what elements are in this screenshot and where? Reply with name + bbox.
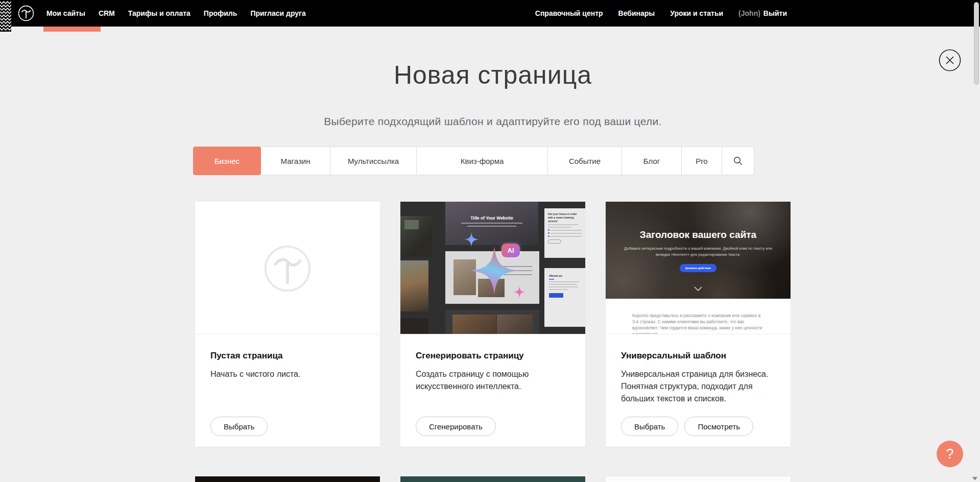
tab-search[interactable]	[722, 147, 754, 175]
help-button[interactable]: ?	[937, 441, 963, 467]
nav-lessons[interactable]: Уроки и статьи	[670, 0, 723, 27]
template-category-tabs: Бизнес Магазин Мультиссылка Квиз-форма С…	[193, 147, 758, 175]
template-hero-title: Заголовок вашего сайта	[606, 229, 791, 240]
tilda-corner-pattern-icon	[0, 0, 11, 32]
template-body-text: Коротко представьтесь и расскажите о ком…	[632, 313, 764, 334]
preview-tile-hero: Title of Your Website	[445, 202, 538, 245]
tilda-watermark-icon	[264, 245, 312, 293]
tab-multilink[interactable]: Мультиссылка	[330, 147, 417, 175]
nav-profile[interactable]: Профиль	[204, 0, 237, 27]
tab-business[interactable]: Бизнес	[193, 147, 261, 175]
card-description: Создать страницу с помощью искусственног…	[416, 368, 570, 393]
view-template-button[interactable]: Посмотреть	[684, 417, 753, 436]
page-title: Новая страница	[195, 60, 791, 90]
user-name: (John)	[738, 9, 760, 17]
tab-event[interactable]: Событие	[547, 147, 622, 175]
close-icon	[939, 49, 961, 71]
preview-tile-photo	[400, 216, 432, 257]
nav-my-sites[interactable]: Мои сайты	[46, 0, 85, 27]
page-subtitle: Выберите подходящий шаблон и адаптируйте…	[195, 115, 791, 128]
secondary-nav: Справочный центр Вебинары Уроки и статьи…	[535, 0, 787, 27]
card-title: Универсальный шаблон	[621, 351, 775, 361]
preview-tile-text: Get your house in order with a smart cle…	[544, 208, 585, 258]
choose-blank-button[interactable]: Выбрать	[210, 417, 268, 436]
card-ai-generate: Title of Your Website Get your house in …	[400, 202, 585, 447]
next-template-row	[195, 476, 791, 482]
card-title: Сгенерировать страницу	[416, 351, 570, 361]
universal-template-preview: Заголовок вашего сайта Добавьте интересн…	[606, 202, 791, 334]
blank-page-preview	[195, 202, 380, 334]
scrollbar-thumb[interactable]	[974, 2, 979, 85]
close-button[interactable]	[939, 49, 961, 71]
ai-badge: AI	[501, 244, 520, 257]
template-card-stub	[606, 476, 791, 482]
nav-help-center[interactable]: Справочный центр	[535, 0, 603, 27]
preview-tile-photo	[400, 318, 428, 334]
mini-site-title: Title of Your Website	[445, 215, 538, 221]
logout-label: Выйти	[763, 9, 787, 17]
chevron-down-icon	[694, 286, 702, 291]
tab-quiz-form[interactable]: Квиз-форма	[416, 147, 548, 175]
template-grid: Пустая страница Начать с чистого листа. …	[195, 202, 791, 447]
mini-about-title: About us	[549, 274, 581, 277]
template-body-section: Коротко представьтесь и расскажите о ком…	[606, 299, 791, 334]
preview-tile-photo	[400, 260, 428, 311]
nav-pricing[interactable]: Тарифы и оплата	[128, 0, 190, 27]
main-nav: Мои сайты CRM Тарифы и оплата Профиль Пр…	[46, 0, 306, 27]
nav-invite-friend[interactable]: Пригласи друга	[250, 0, 305, 27]
card-title: Пустая страница	[210, 351, 365, 361]
preview-tile-section	[445, 251, 539, 304]
search-icon	[733, 156, 743, 166]
logout-link[interactable]: (John)Выйти	[738, 0, 787, 27]
generate-button[interactable]: Сгенерировать	[416, 417, 496, 436]
mini-tile-heading: Get your house in order with a smart cle…	[548, 212, 582, 223]
card-description: Начать с чистого листа.	[210, 368, 365, 380]
new-page-modal: Мои сайты CRM Тарифы и оплата Профиль Пр…	[0, 0, 980, 482]
preview-tile-gallery	[445, 310, 539, 334]
top-bar: Мои сайты CRM Тарифы и оплата Профиль Пр…	[0, 0, 980, 27]
template-hero: Заголовок вашего сайта Добавьте интересн…	[606, 202, 791, 299]
scrollbar-down-arrow-icon[interactable]	[972, 477, 977, 480]
nav-crm[interactable]: CRM	[99, 0, 115, 27]
tab-store[interactable]: Магазин	[260, 147, 330, 175]
card-universal-template: Заголовок вашего сайта Добавьте интересн…	[606, 202, 791, 447]
tab-pro[interactable]: Pro	[681, 147, 722, 175]
nav-webinars[interactable]: Вебинары	[618, 0, 655, 27]
template-card-stub	[195, 476, 380, 482]
template-hero-subtitle: Добавьте интересные подробности о вашей …	[624, 246, 773, 257]
tilda-logo[interactable]	[18, 5, 34, 21]
card-blank-page: Пустая страница Начать с чистого листа. …	[195, 202, 380, 447]
ai-preview-collage: Title of Your Website Get your house in …	[400, 202, 585, 334]
template-card-stub	[400, 476, 585, 482]
choose-template-button[interactable]: Выбрать	[621, 417, 678, 436]
template-cta-button: Целевое действие	[680, 264, 716, 272]
card-description: Универсальная страница для бизнеса. Поня…	[621, 368, 775, 405]
preview-tile-about: About us	[544, 268, 585, 327]
tab-blog[interactable]: Блог	[622, 147, 682, 175]
